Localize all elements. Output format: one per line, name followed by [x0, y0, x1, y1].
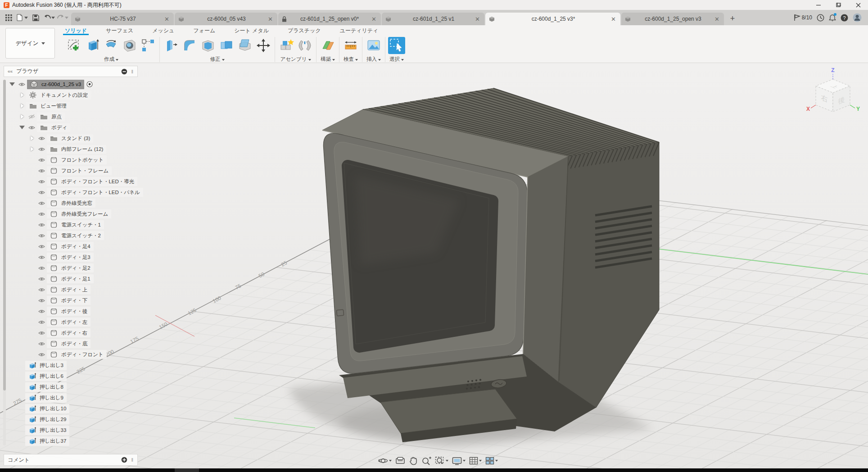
document-tab-1[interactable]: HC-75 v37✕ [71, 13, 174, 25]
browser-tree-item[interactable]: ボディ・フロント・LED・パネル [4, 187, 138, 198]
ribbon-group-label[interactable]: 選択 [385, 55, 408, 63]
visibility-eye-icon[interactable] [36, 309, 47, 314]
move-tool-icon[interactable] [255, 37, 272, 54]
extrude-tool-icon[interactable] [84, 37, 101, 54]
maximize-button[interactable] [828, 0, 848, 10]
feature-item[interactable]: 押し出し9 [4, 392, 138, 403]
ribbon-group-label[interactable]: 挿入 [362, 55, 385, 63]
visibility-eye-icon[interactable] [36, 255, 47, 260]
undo-icon[interactable] [43, 12, 55, 23]
comments-panel[interactable]: コメント ‖ [4, 454, 138, 466]
fit-nav-icon[interactable] [435, 456, 448, 465]
minimize-button[interactable] [809, 0, 828, 10]
feature-item[interactable]: 押し出し10 [4, 403, 138, 414]
tab-close-icon[interactable]: ✕ [163, 16, 170, 23]
create-sketch-tool-icon[interactable] [66, 37, 83, 54]
browser-tree-item[interactable]: ボディ・足3 [4, 252, 138, 263]
browser-tree-item[interactable]: 内部フレーム (12) [4, 144, 138, 154]
component-root-item[interactable]: cz-600d_1_25 v3 [4, 79, 138, 90]
feature-item[interactable]: 押し出し8 [4, 381, 138, 392]
visibility-eye-icon[interactable] [36, 266, 47, 271]
workspace-selector[interactable]: デザイン [5, 28, 55, 59]
browser-tree-item[interactable]: ボディ・後 [4, 306, 138, 317]
measure-tool-icon[interactable] [342, 37, 359, 54]
ribbon-tab-7[interactable]: ユーティリティ [338, 26, 380, 35]
visibility-eye-icon[interactable] [36, 298, 47, 303]
browser-tree-item[interactable]: ボディ・下 [4, 295, 138, 306]
browser-tree-item[interactable]: フロント・フレーム [4, 165, 138, 176]
close-button[interactable] [848, 0, 868, 10]
browser-scrollbar[interactable] [3, 80, 6, 445]
visibility-eye-icon[interactable] [26, 125, 37, 130]
ribbon-group-label[interactable]: 修正 [160, 55, 275, 63]
orbit-nav-icon[interactable] [378, 456, 392, 465]
visibility-eye-icon[interactable] [36, 244, 47, 249]
browser-tree-item[interactable]: ボディ・右 [4, 327, 138, 338]
browser-tree-item[interactable]: ビュー管理 [4, 100, 138, 111]
tab-close-icon[interactable]: ✕ [474, 16, 481, 23]
browser-tree-item[interactable]: ボディ・足1 [4, 273, 138, 284]
pan-nav-icon[interactable] [409, 456, 418, 465]
visibility-eye-icon[interactable] [36, 147, 47, 152]
view-cube[interactable]: 上右後ZXY [805, 67, 863, 123]
document-tab-2[interactable]: cz-600d_05 v43✕ [175, 13, 277, 25]
document-tab-5[interactable]: cz-600d_1_25 v3*✕ [485, 13, 620, 25]
look-at-nav-icon[interactable] [395, 457, 405, 465]
browser-tree-item[interactable]: ボディ・足2 [4, 263, 138, 273]
browser-tree-item[interactable]: ボディ [4, 122, 138, 133]
document-tab-6[interactable]: cz-600d_1_25_open v3✕ [621, 13, 724, 25]
redo-icon[interactable] [57, 12, 68, 23]
visibility-eye-icon[interactable] [36, 212, 47, 217]
file-menu-icon[interactable] [16, 12, 28, 23]
visibility-eye-icon[interactable] [36, 287, 47, 292]
feature-item[interactable]: 押し出し3 [4, 360, 138, 371]
browser-tree-item[interactable]: 赤外線受光フレーム [4, 209, 138, 219]
visibility-eye-icon[interactable] [36, 341, 47, 346]
expander-closed-icon[interactable] [18, 114, 26, 119]
new-document-tab-button[interactable]: + [727, 13, 738, 24]
ribbon-group-label[interactable]: 作成 [63, 55, 159, 63]
ribbon-tab-2[interactable]: サーフェス [104, 26, 135, 35]
fillet-tool-icon[interactable] [181, 37, 198, 54]
visibility-eye-icon[interactable] [36, 352, 47, 357]
display-settings-nav-icon[interactable] [452, 457, 466, 465]
user-avatar[interactable] [853, 13, 862, 22]
new-component-tool-icon[interactable] [278, 37, 295, 54]
browser-tree-item[interactable]: スタンド (3) [4, 133, 138, 144]
construction-plane-tool-icon[interactable] [319, 37, 336, 54]
feature-item[interactable]: 押し出し33 [4, 425, 138, 436]
visibility-eye-icon[interactable] [26, 114, 37, 119]
browser-tree-item[interactable]: ドキュメントの設定 [4, 90, 138, 100]
app-launcher-icon[interactable] [3, 12, 14, 23]
extension-manager-icon[interactable] [817, 14, 824, 22]
feature-item[interactable]: 押し出し29 [4, 414, 138, 425]
tab-close-icon[interactable]: ✕ [371, 16, 377, 23]
expander-open-icon[interactable] [18, 126, 26, 129]
visibility-eye-icon[interactable] [36, 320, 47, 325]
browser-tree-item[interactable]: 電源スイッチ・2 [4, 230, 138, 241]
expander-closed-icon[interactable] [28, 147, 36, 151]
split-body-tool-icon[interactable] [236, 37, 253, 54]
press-pull-tool-icon[interactable] [163, 37, 180, 54]
visibility-eye-icon[interactable] [36, 331, 47, 336]
joint-tool-icon[interactable] [296, 37, 313, 54]
shell-tool-icon[interactable] [199, 37, 217, 54]
visibility-eye-icon[interactable] [36, 277, 47, 281]
browser-tree-item[interactable]: ボディ・左 [4, 317, 138, 327]
browser-tree-item[interactable]: 赤外線受光窓 [4, 198, 138, 209]
visibility-eye-icon[interactable] [36, 158, 47, 163]
select-tool-icon[interactable] [388, 37, 405, 54]
visibility-eye-icon[interactable] [36, 201, 47, 206]
activate-component-radio[interactable] [86, 81, 93, 87]
comments-drag-handle[interactable]: ‖ [131, 457, 134, 463]
document-tab-4[interactable]: cz-601d_1_25 v1✕ [382, 13, 484, 25]
revolve-tool-icon[interactable] [103, 37, 120, 54]
browser-tree-item[interactable]: ボディ・足4 [4, 241, 138, 252]
tab-close-icon[interactable]: ✕ [267, 16, 274, 23]
zoom-nav-icon[interactable] [421, 456, 431, 465]
ribbon-group-label[interactable]: アセンブリ [275, 55, 316, 63]
browser-tree-item[interactable]: 原点 [4, 111, 138, 122]
ribbon-tab-5[interactable]: シート メタル [232, 26, 271, 35]
expander-closed-icon[interactable] [28, 136, 36, 141]
save-icon[interactable] [30, 12, 41, 23]
